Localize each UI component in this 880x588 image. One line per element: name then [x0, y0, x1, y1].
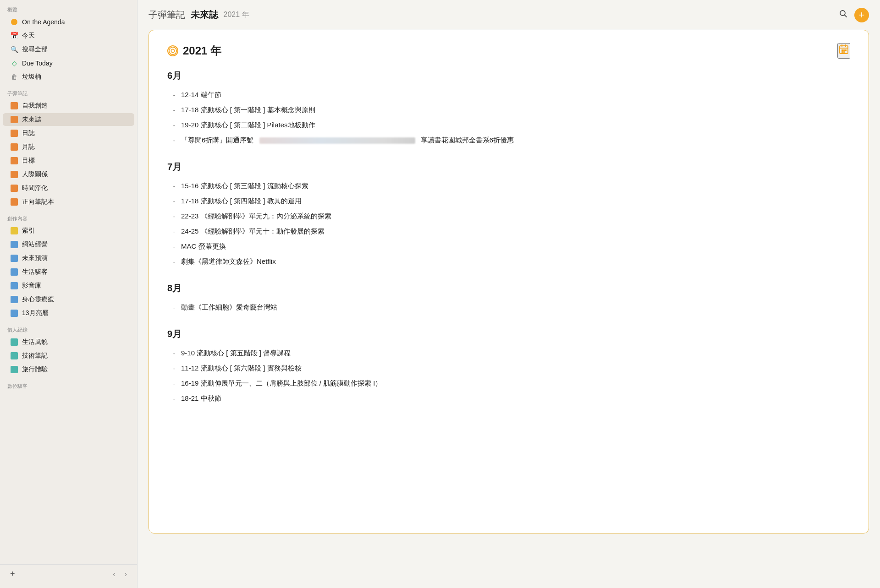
svg-rect-8 [842, 49, 843, 51]
sidebar-label-media-library: 影音庫 [22, 282, 41, 290]
notebook-teal-icon-3 [10, 365, 18, 374]
agenda-text-blurred: 「尊閱6折購」開通序號 享讀書花園城邦全書系6折優惠 [181, 135, 850, 146]
sidebar-item-lifestyle[interactable]: 生活駭客 [3, 266, 134, 278]
section-creative-label: 創作內容 [0, 209, 137, 224]
sidebar-item-due-today[interactable]: ◇ Due Today [3, 57, 134, 70]
agenda-item: - 15-16 流動核心 [ 第三階段 ] 流動核心探索 [167, 179, 850, 194]
sidebar-item-time-purify[interactable]: 時間淨化 [3, 182, 134, 195]
sidebar-item-healing[interactable]: 身心靈療癒 [3, 293, 134, 306]
sidebar-item-trash[interactable]: 🗑 垃圾桶 [3, 71, 134, 83]
calendar-blue-icon: 📅 [10, 32, 18, 40]
sidebar-label-today: 今天 [22, 32, 35, 40]
sidebar-label-healing: 身心靈療癒 [22, 295, 54, 304]
sidebar-item-relationships[interactable]: 人際關係 [3, 168, 134, 181]
calendar-view-button[interactable] [837, 43, 850, 59]
nav-next-button[interactable]: › [122, 569, 130, 579]
sidebar-item-positive-notebook[interactable]: 正向筆記本 [3, 196, 134, 208]
month-section-july: 7月 - 15-16 流動核心 [ 第三階段 ] 流動核心探索 - 17-18 … [167, 161, 850, 269]
main-area: 子彈筆記 未來誌 2021 年 + [138, 0, 880, 588]
agenda-text: 18-21 中秋節 [181, 393, 850, 404]
notebook-orange-icon-4 [10, 143, 18, 151]
sidebar-item-goals[interactable]: 目標 [3, 154, 134, 167]
notebook-teal-icon-2 [10, 352, 18, 360]
notebook-blue-icon-5 [10, 295, 18, 304]
sidebar-nav-buttons: ‹ › [110, 569, 130, 579]
notebook-blue-icon-1 [10, 240, 18, 249]
section-digital-label: 數位駭客 [0, 376, 137, 392]
month-heading-june: 6月 [167, 70, 850, 82]
add-entry-button[interactable]: + [854, 8, 869, 22]
sidebar-label-13month: 13月亮曆 [22, 309, 49, 317]
svg-line-1 [845, 15, 847, 17]
notebook-blue-icon-3 [10, 268, 18, 276]
agenda-text: 動畫《工作細胞》愛奇藝台灣站 [181, 302, 850, 313]
sidebar-item-travel[interactable]: 旅行體驗 [3, 363, 134, 376]
agenda-text: 12-14 端午節 [181, 89, 850, 100]
card-year-title: 2021 年 [183, 44, 221, 58]
topbar: 子彈筆記 未來誌 2021 年 + [138, 0, 880, 30]
sidebar-label-lifestyle2: 生活風貌 [22, 338, 48, 346]
sidebar-item-index[interactable]: 索引 [3, 224, 134, 237]
sidebar-label-on-the-agenda: On the Agenda [22, 18, 65, 26]
notebook-orange-icon-5 [10, 157, 18, 165]
sidebar-label-index: 索引 [22, 227, 35, 235]
agenda-item: - 22-23 《經驗解剖學》單元九：內分泌系統的探索 [167, 209, 850, 224]
sidebar-label-due-today: Due Today [22, 60, 53, 67]
notebook-blue-icon-2 [10, 254, 18, 262]
sidebar-label-tech-notes: 技術筆記 [22, 352, 48, 360]
sidebar-item-media-library[interactable]: 影音庫 [3, 279, 134, 292]
sidebar-item-on-the-agenda[interactable]: On the Agenda [3, 16, 134, 28]
search-button[interactable] [836, 6, 851, 23]
blurred-content [259, 137, 415, 144]
sidebar-label-self-create: 自我創造 [22, 102, 48, 110]
notebook-yellow-icon [10, 227, 18, 235]
agenda-item: - 16-19 流動伸展單元一、二（肩膀與上肢部位 / 肌筋膜動作探索 I） [167, 376, 850, 391]
agenda-text: 劇集《黑道律師文森佐》Netflix [181, 256, 850, 267]
sidebar-label-monthly: 月誌 [22, 143, 35, 151]
search-purple-icon: 🔍 [10, 45, 18, 54]
trash-icon: 🗑 [10, 73, 18, 81]
agenda-item: - 動畫《工作細胞》愛奇藝台灣站 [167, 300, 850, 315]
month-heading-september: 9月 [167, 328, 850, 340]
agenda-item: - 9-10 流動核心 [ 第五階段 ] 督導課程 [167, 346, 850, 361]
notebook-orange-icon-1 [10, 102, 18, 110]
svg-rect-11 [842, 51, 843, 53]
agenda-text: 24-25 《經驗解剖學》單元十：動作發展的探索 [181, 226, 850, 237]
sidebar-label-lifestyle: 生活駭客 [22, 268, 48, 276]
sidebar-item-search-all[interactable]: 🔍 搜尋全部 [3, 43, 134, 56]
agenda-item: - MAC 螢幕更換 [167, 239, 850, 254]
diamond-green-icon: ◇ [10, 59, 18, 67]
sidebar-item-future-present[interactable]: 未來預演 [3, 252, 134, 265]
add-notebook-button[interactable]: + [7, 568, 18, 580]
sidebar-item-today[interactable]: 📅 今天 [3, 29, 134, 42]
year-circle-icon [167, 45, 178, 56]
svg-rect-9 [843, 49, 845, 51]
sidebar-item-future-log[interactable]: 未來誌 [3, 113, 134, 126]
agenda-item: - 19-20 流動核心 [ 第二階段 ] Pilates地板動作 [167, 118, 850, 133]
sidebar-item-monthly[interactable]: 月誌 [3, 141, 134, 153]
agenda-text: 9-10 流動核心 [ 第五階段 ] 督導課程 [181, 348, 850, 359]
notebook-orange-icon-6 [10, 170, 18, 179]
circle-orange-icon [10, 18, 18, 26]
agenda-text: 22-23 《經驗解剖學》單元九：內分泌系統的探索 [181, 211, 850, 222]
agenda-item-blurred: - 「尊閱6折購」開通序號 享讀書花園城邦全書系6折優惠 [167, 133, 850, 148]
agenda-item: - 24-25 《經驗解剖學》單元十：動作發展的探索 [167, 224, 850, 239]
svg-point-2 [169, 47, 176, 54]
nav-prev-button[interactable]: ‹ [110, 569, 118, 579]
sidebar-label-daily: 日誌 [22, 129, 35, 137]
sidebar-item-13month[interactable]: 13月亮曆 [3, 307, 134, 320]
sidebar-item-tech-notes[interactable]: 技術筆記 [3, 349, 134, 362]
sidebar-item-daily[interactable]: 日誌 [3, 127, 134, 140]
agenda-text: MAC 螢幕更換 [181, 241, 850, 252]
sidebar-item-lifestyle2[interactable]: 生活風貌 [3, 336, 134, 348]
sidebar-label-future-log: 未來誌 [22, 115, 41, 124]
card-header: 2021 年 [167, 43, 850, 59]
month-heading-july: 7月 [167, 161, 850, 173]
notebook-blue-icon-4 [10, 282, 18, 290]
topbar-app-name: 子彈筆記 未來誌 [148, 9, 218, 21]
svg-rect-10 [845, 49, 847, 51]
agenda-text: 19-20 流動核心 [ 第二階段 ] Pilates地板動作 [181, 120, 850, 131]
sidebar-item-self-create[interactable]: 自我創造 [3, 99, 134, 112]
sidebar-label-website: 網站經營 [22, 240, 48, 249]
sidebar-item-website[interactable]: 網站經營 [3, 238, 134, 251]
